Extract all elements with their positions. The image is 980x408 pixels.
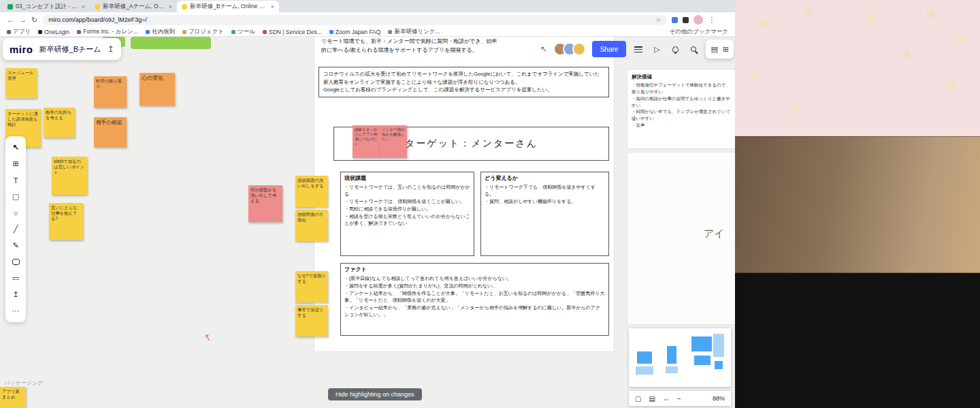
tab-close-icon[interactable]: × (169, 3, 172, 10)
participant-video-1[interactable] (735, 0, 980, 136)
header-mini-card: ▤ ⊞ (706, 40, 734, 59)
bullet: ・気軽に相談できる環境作りが難しい。 (344, 206, 470, 213)
favicon (77, 30, 81, 34)
sticky-note[interactable]: スケジュール管理 (5, 68, 37, 98)
sticky-note[interactable]: 相手の気持ちを考える (44, 108, 75, 138)
sticky-note[interactable]: 心の変化 (140, 73, 175, 106)
bookmark-sdn[interactable]: SDN | Service Des... (263, 29, 322, 35)
minimap-toggle-icon[interactable]: ▤ (649, 395, 655, 403)
other-bookmarks[interactable]: その他のブックマーク (669, 28, 728, 36)
tab-close-icon[interactable]: × (271, 3, 274, 10)
problem-box[interactable]: 現状課題 ・リモートワークでは、互いのことを知るのは時間がかかる ・リモートワー… (340, 172, 474, 256)
change-box[interactable]: どう変えるか ・リモートワーク下でも、信頼関係を築きやすくする。 ・質問、相談が… (480, 172, 609, 256)
fit-to-screen-icon[interactable]: ⇔ (663, 395, 670, 403)
sticky-note[interactable]: 経験をきっかけにアプリ利用につなげたい (353, 125, 380, 158)
sticky-note[interactable]: slackで知るのは悲しいポイント (52, 157, 87, 195)
sticky-note[interactable]: 昨日の振り返り (94, 76, 127, 108)
idea-frame-label: アイ (704, 227, 725, 240)
project-brief-box[interactable]: コロナウイルスの拡大を受けて初めてリモートワークを推奨したGoogleにおいて、… (318, 67, 609, 97)
templates-tool-icon[interactable]: ⊞ (8, 157, 23, 171)
tab-title: 新卒研修_Aチーム, Online Whit... (103, 3, 166, 11)
bullet: ・毎回の相談が仕事の合間でもゆっくりと書きやすい (632, 95, 731, 109)
board-title[interactable]: 新卒研修_Bチーム (39, 44, 101, 54)
shapes-tool-icon[interactable]: ○ (8, 206, 23, 220)
concept-frame[interactable]: リモート環境でも、新卒・メンター間で気軽に質問・相談ができ、効率 的に学べる/教… (314, 37, 614, 351)
bookmark-forms[interactable]: Forms Inc. - カレン... (77, 28, 138, 36)
extension-icon[interactable] (683, 17, 689, 23)
bookmark-apps[interactable]: アプリ (7, 28, 31, 36)
minimap[interactable] (629, 328, 731, 387)
participant-video-3[interactable] (735, 272, 980, 408)
browser-menu-icon[interactable]: ⋮ (708, 16, 715, 24)
url-field[interactable]: miro.com/app/board/o9J_lM2eF3g=/ ☆ (42, 15, 667, 25)
bookmark-project[interactable]: プロジェクト (182, 28, 224, 36)
browser-tab-miro-a[interactable]: 新卒研修_Aチーム, Online Whit... × (90, 1, 177, 12)
collaborator-cursors-icon[interactable]: ↖ (540, 44, 547, 54)
tab-title: 新卒研修_Bチーム, Online Whit... (190, 3, 268, 11)
favicon (329, 30, 333, 34)
browser-profile-avatar[interactable] (693, 15, 703, 25)
presentation-icon[interactable]: ▷ (651, 45, 663, 54)
zoom-out-icon[interactable]: − (677, 395, 681, 403)
fact-box[interactable]: ファクト ・(新卒目線)なんでも相談してって言われても何を言えばいいか分からない… (340, 263, 609, 336)
bullet: ・音声 (632, 122, 731, 129)
avatar[interactable] (572, 42, 586, 56)
browser-tab-miro-b-active[interactable]: 新卒研修_Bチーム, Online Whit... × (177, 1, 279, 12)
tab-close-icon[interactable]: × (82, 3, 85, 10)
reload-icon[interactable]: ↻ (31, 16, 37, 24)
bookmark-zoom-faq[interactable]: Zoom Japan FAQ (329, 29, 381, 35)
miro-logo: miro (10, 44, 33, 55)
export-icon[interactable]: ↥ (108, 44, 114, 54)
bookmark-star-icon[interactable]: ☆ (655, 16, 661, 23)
zoom-bar: ▢ ▤ ⇔ − 88% (629, 391, 731, 406)
sticky-note[interactable]: 相手の確認 (94, 117, 127, 147)
frame-tool-icon[interactable]: ▭ (8, 271, 23, 285)
fact-box-title: ファクト (344, 266, 605, 274)
connector-tool-icon[interactable]: ╱ (8, 222, 23, 236)
target-title: ターゲット：メンターさん (405, 138, 538, 150)
miro-canvas[interactable]: リモート環境でも、新卒・メンター間で気軽に質問・相談ができ、効率 的に学べる/教… (0, 37, 735, 408)
value-panel[interactable]: 解決価値 ・情報発信やフォーマットで体験化できるので、振り返りやすい ・毎回の相… (627, 69, 735, 148)
extension-icon[interactable] (672, 17, 678, 23)
bookmark-onelogin[interactable]: OneLogin (38, 29, 69, 35)
more-tools-icon[interactable]: ⋯ (8, 304, 23, 318)
apps-icon[interactable]: ⊞ (723, 45, 729, 54)
sticky-note[interactable]: 互いにどんな仕事を抱えてる? (49, 203, 83, 240)
sticky-note[interactable]: 事実で深ぼりする (295, 305, 328, 336)
sticky-note[interactable]: メンター側の悩みも解決したい (380, 125, 407, 158)
favicon (388, 30, 392, 34)
bookmark-tools[interactable]: ツール (231, 28, 255, 36)
sticky-note[interactable]: 何が課題かを洗い出して考える (248, 185, 282, 222)
notes-icon[interactable]: ▤ (710, 45, 717, 54)
fullscreen-icon[interactable]: ▢ (635, 395, 641, 403)
browser-tab-sheets[interactable]: 03_コンセプト設計 - Google ス... × (3, 1, 90, 12)
comment-tool-icon[interactable] (8, 255, 23, 269)
sticky-note[interactable]: アプリ案まとめ (0, 387, 26, 408)
sticky-note-tool-icon[interactable]: ▢ (8, 189, 23, 204)
sticky-note[interactable]: なぜ?で深掘りする (295, 271, 328, 302)
bullet: ・インタビュー結果から、「業務の姿が見えない」「メンターから相手の悩みを理解する… (344, 304, 605, 318)
share-button[interactable]: Share (592, 41, 627, 57)
zoom-level[interactable]: 88% (713, 395, 725, 402)
upload-tool-icon[interactable]: ↥ (8, 287, 23, 302)
pen-tool-icon[interactable]: ✎ (8, 238, 23, 253)
sticky-note[interactable]: 現状課題の洗い出しをする (295, 176, 328, 207)
collaborator-avatars[interactable] (553, 42, 586, 56)
bell-icon[interactable] (669, 46, 681, 52)
bookmark-rules[interactable]: 社内規則 (146, 28, 175, 36)
bookmarks-bar: アプリ OneLogin Forms Inc. - カレン... 社内規則 プロ… (0, 27, 735, 37)
canvas-green-shape[interactable] (131, 37, 211, 49)
minimap-shape (666, 366, 678, 373)
bookmark-newgrad[interactable]: 新卒研修リンク... (388, 28, 440, 36)
text-tool-icon[interactable]: T (8, 173, 23, 187)
browser-window: 03_コンセプト設計 - Google ス... × 新卒研修_Aチーム, On… (0, 0, 735, 408)
filter-icon[interactable] (632, 46, 644, 52)
sticky-note[interactable]: 信頼関係の可視化 (295, 210, 328, 241)
forward-icon[interactable]: → (19, 16, 27, 24)
changes-tooltip[interactable]: Hide highlighting on changes (328, 388, 422, 401)
participant-video-2[interactable] (735, 136, 980, 273)
select-tool-icon[interactable]: ↖ (8, 140, 23, 155)
search-icon[interactable] (687, 46, 700, 52)
back-icon[interactable]: ← (7, 16, 14, 24)
miro-favicon (95, 4, 100, 10)
